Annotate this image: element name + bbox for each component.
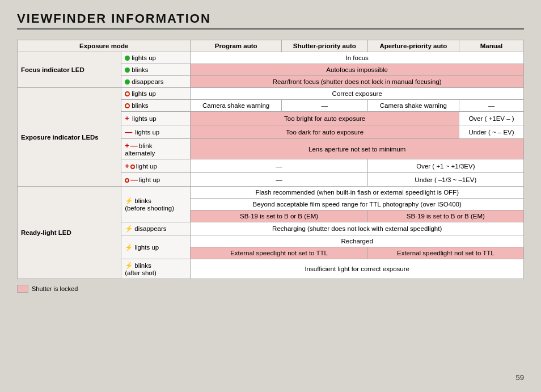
section-exposure-leds: Exposure indicator LEDs: [18, 88, 121, 187]
cell-under-minus1-third: Under ( –1/3 ~ –1EV): [367, 173, 523, 187]
circle-icon: [130, 165, 135, 169]
indicator-focus-blinks: blinks: [121, 64, 191, 76]
minus-icon: —: [130, 141, 138, 150]
legend-color-box: [17, 285, 28, 293]
indicator-ready-disappears: ⚡ disappears: [121, 222, 191, 235]
indicator-focus-lightsup: lights up: [121, 52, 191, 64]
cell-toodark: Too dark for auto exposure: [191, 125, 459, 139]
col-header-manual: Manual: [459, 40, 523, 52]
legend-label: Shutter is locked: [32, 285, 78, 292]
dot-green-icon: [125, 56, 130, 61]
cell-external-speedlight-left: External speedlight not set to TTL: [191, 247, 367, 259]
cell-sb19-right: SB-19 is set to B or B (EM): [367, 210, 523, 222]
col-header-aperture-priority: Aperture-priority auto: [367, 40, 459, 52]
cell-rearfront-focus: Rear/front focus (shutter does not lock …: [191, 76, 524, 88]
cell-recharging: Recharging (shutter does not lock with e…: [191, 222, 524, 235]
indicator-exp-plusminus-blink: +—blinkalternately: [121, 139, 191, 159]
indicator-focus-disappears: disappears: [121, 76, 191, 88]
indicator-exp-pluscircle-lightup: +light up: [121, 159, 191, 173]
cell-insufficient-light: Insufficient light for correct exposure: [191, 259, 524, 279]
circle-icon: [125, 178, 129, 183]
cell-lens-aperture: Lens aperture not set to minimum: [191, 139, 524, 159]
cell-pluscirc-dash: —: [191, 159, 367, 173]
cell-infocus: In focus: [191, 52, 524, 64]
col-header-program-auto: Program auto: [191, 40, 282, 52]
cell-correct-exposure: Correct exposure: [191, 88, 524, 100]
table-row: Focus indicator LED lights up In focus: [18, 52, 524, 64]
cell-camerashake-prog: Camera shake warning: [191, 100, 282, 112]
page-title: VIEWFINDER INFORMATION: [17, 11, 524, 29]
indicator-exp-circleminus-lightup: —light up: [121, 173, 191, 187]
indicator-ready-blinks-after: ⚡ blinks(after shot): [121, 259, 191, 279]
dot-red-outline-icon: [125, 91, 130, 96]
plus-icon: +: [125, 114, 129, 123]
dot-green-icon: [125, 68, 130, 73]
cell-recharged: Recharged: [191, 235, 524, 247]
col-header-shutter-priority: Shutter-priority auto: [281, 40, 367, 52]
dot-red-outline-icon: [125, 103, 130, 108]
cell-external-speedlight-right: External speedlight not set to TTL: [367, 247, 523, 259]
indicator-exp-circle-lightsup: lights up: [121, 88, 191, 100]
viewfinder-table: Exposure mode Program auto Shutter-prior…: [17, 40, 524, 279]
cell-flash-recommended: Flash recommended (when built-in flash o…: [191, 187, 524, 199]
indicator-exp-circle-blinks: blinks: [121, 100, 191, 112]
indicator-exp-plus-lightsup: + lights up: [121, 112, 191, 125]
dot-green-icon: [125, 79, 130, 85]
cell-camerashake-manual: —: [459, 100, 523, 112]
indicator-ready-lightsup: ⚡ lights up: [121, 235, 191, 259]
col-header-exposure-mode: Exposure mode: [18, 40, 191, 52]
indicator-ready-blinks-before: ⚡ blinks(before shooting): [121, 187, 191, 222]
cell-beyond-filmspeed: Beyond acceptable film speed range for T…: [191, 199, 524, 210]
legend-row: Shutter is locked: [17, 285, 524, 293]
cell-sb19-left: SB-19 is set to B or B (EM): [191, 210, 367, 222]
cell-camerashake-shutter: —: [281, 100, 367, 112]
section-readylight-led: Ready-light LED: [18, 187, 121, 279]
plus-icon: +: [125, 162, 129, 170]
minus-icon: —: [125, 128, 132, 136]
cell-camerashake-aperture: Camera shake warning: [367, 100, 459, 112]
cell-toobright: Too bright for auto exposure: [191, 112, 459, 125]
table-row: Exposure indicator LEDs lights up Correc…: [18, 88, 524, 100]
indicator-exp-minus-lightsup: — lights up: [121, 125, 191, 139]
cell-autofocus-impossible: Autofocus impossible: [191, 64, 524, 76]
cell-circleminus-dash: —: [191, 173, 367, 187]
cell-over-plus1-third: Over ( +1 ~ +1/3EV): [367, 159, 523, 173]
section-focus-led: Focus indicator LED: [18, 52, 121, 88]
page-number: 59: [516, 373, 524, 382]
cell-over-plus1ev: Over ( +1EV – ): [459, 112, 523, 125]
plus-icon: +: [125, 141, 129, 150]
minus-icon: —: [130, 175, 138, 184]
cell-under-minusev: Under ( ~ – EV): [459, 125, 523, 139]
table-row: Ready-light LED ⚡ blinks(before shooting…: [18, 187, 524, 199]
